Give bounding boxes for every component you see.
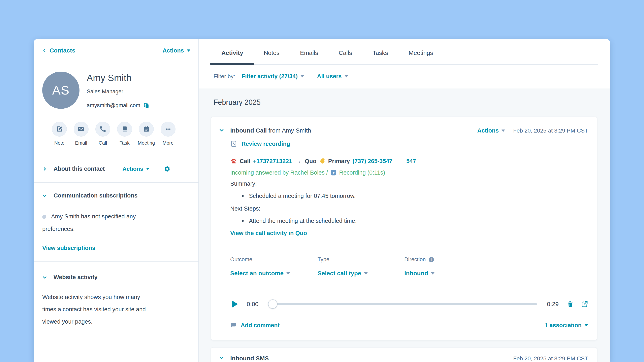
about-actions-dropdown[interactable]: Actions xyxy=(122,166,150,172)
review-recording-link[interactable]: Review recording xyxy=(242,141,290,147)
tab-meetings[interactable]: Meetings xyxy=(408,49,433,56)
recording-duration[interactable]: Recording (0:11s) xyxy=(339,169,385,176)
call-detail-line: Call +17372713221 → Quo Primary (737) 26… xyxy=(211,158,597,164)
outcome-label: Outcome xyxy=(230,256,290,263)
call-label: Call xyxy=(240,158,250,164)
chevron-right-icon[interactable] xyxy=(42,167,47,171)
gear-icon[interactable] xyxy=(164,166,170,172)
call-card-title: Inbound Call from Amy Smith xyxy=(230,127,311,134)
play-button[interactable] xyxy=(232,301,238,308)
month-header: February 2025 xyxy=(214,98,610,107)
direction-select[interactable]: Inbound xyxy=(404,270,434,277)
tab-emails[interactable]: Emails xyxy=(300,49,318,56)
next-steps-label: Next Steps: xyxy=(211,205,597,212)
call-icon xyxy=(99,125,106,133)
more-button[interactable]: More xyxy=(160,122,176,146)
contact-name: Amy Smith xyxy=(87,72,150,83)
filter-activity-dropdown[interactable]: Filter activity (27/34) xyxy=(242,73,304,80)
trash-icon[interactable] xyxy=(567,301,574,308)
meeting-icon xyxy=(143,125,150,133)
slider-track[interactable] xyxy=(268,303,537,305)
back-to-contacts-link[interactable]: Contacts xyxy=(42,47,75,54)
type-field: Type Select call type xyxy=(318,256,368,277)
profile-info: Amy Smith Sales Manager amysmith@gmail.c… xyxy=(87,72,150,109)
call-button[interactable]: Call xyxy=(96,122,110,146)
email-icon xyxy=(77,125,85,133)
website-activity-section-title[interactable]: Website activity xyxy=(54,274,98,281)
filter-row: Filter by: Filter activity (27/34) All u… xyxy=(214,73,348,80)
slider-knob[interactable] xyxy=(268,300,277,309)
divider xyxy=(34,156,198,156)
activity-timeline: February 2025 Inbound Call from Amy Smit… xyxy=(199,88,610,362)
call-timestamp: Feb 20, 2025 at 3:29 PM CST xyxy=(513,127,588,134)
waving-hand-icon xyxy=(319,158,326,164)
tab-notes[interactable]: Notes xyxy=(264,49,279,56)
call-status-line: Incoming answered by Rachel Boles / Reco… xyxy=(211,169,597,176)
tab-activity[interactable]: Activity xyxy=(222,49,243,56)
chevron-down-icon[interactable] xyxy=(42,275,47,280)
view-call-activity-link[interactable]: View the call activity in Quo xyxy=(230,230,307,236)
seek-slider[interactable] xyxy=(268,299,537,309)
chevron-down-icon xyxy=(431,272,434,275)
email-button[interactable]: Email xyxy=(74,122,88,146)
inbound-sms-card: Inbound SMS Feb 20, 2025 at 3:29 PM CST xyxy=(211,347,597,362)
arrow-right: → xyxy=(295,158,302,164)
tabs-area: Activity Notes Emails Calls Tasks Meetin… xyxy=(199,39,610,88)
info-icon[interactable] xyxy=(429,257,434,262)
type-label: Type xyxy=(318,256,368,263)
meeting-button[interactable]: Meeting xyxy=(139,122,154,146)
tab-tasks[interactable]: Tasks xyxy=(372,49,388,56)
contact-actions-dropdown[interactable]: Actions xyxy=(162,47,190,54)
about-section-title[interactable]: About this contact xyxy=(54,166,105,172)
sidebar-top-row: Contacts Actions xyxy=(42,47,190,54)
subscriptions-section-title[interactable]: Communication subscriptions xyxy=(54,192,138,199)
bullet-icon xyxy=(242,195,244,197)
contact-actions-label: Actions xyxy=(162,47,184,54)
chevron-down-icon[interactable] xyxy=(219,355,224,360)
chevron-down-icon[interactable] xyxy=(219,127,224,133)
associations-dropdown[interactable]: 1 association xyxy=(544,322,588,329)
summary-item: Scheduled a meeting for 07:45 tomorrow. xyxy=(211,193,597,199)
subscriptions-empty-text: Amy Smith has not specified any preferen… xyxy=(42,210,190,235)
overflow-number-fragment: 547 xyxy=(406,158,416,164)
play-square-icon xyxy=(330,170,336,176)
inbound-call-card: Inbound Call from Amy Smith Actions Feb … xyxy=(211,117,597,340)
to-name: Quo xyxy=(305,158,316,164)
red-phone-icon xyxy=(230,158,237,164)
tab-calls[interactable]: Calls xyxy=(339,49,352,56)
summary-label: Summary: xyxy=(211,180,597,187)
from-phone-number[interactable]: +17372713221 xyxy=(253,158,292,164)
record-main-panel: Activity Notes Emails Calls Tasks Meetin… xyxy=(199,39,610,362)
call-actions-dropdown[interactable]: Actions xyxy=(477,127,505,134)
view-subscriptions-link[interactable]: View subscriptions xyxy=(42,245,96,251)
divider xyxy=(230,244,588,244)
direction-label: Direction xyxy=(404,256,434,263)
more-icon xyxy=(164,125,172,133)
chevron-down-icon[interactable] xyxy=(42,193,47,198)
contact-email[interactable]: amysmith@gmail.com xyxy=(87,102,140,109)
chevron-down-icon xyxy=(584,324,588,327)
sms-timestamp: Feb 20, 2025 at 3:29 PM CST xyxy=(513,355,588,362)
task-button[interactable]: Task xyxy=(117,122,132,146)
outcome-field: Outcome Select an outcome xyxy=(230,256,290,277)
next-steps-item: Attend the meeting at the scheduled time… xyxy=(211,218,597,224)
quick-actions-row: Note Email Call xyxy=(42,122,190,146)
current-time: 0:00 xyxy=(247,301,258,308)
copy-icon[interactable] xyxy=(144,103,150,109)
subscriptions-section-header: Communication subscriptions xyxy=(42,192,190,199)
to-phone-number[interactable]: (737) 265-3547 xyxy=(352,158,392,164)
outcome-select[interactable]: Select an outcome xyxy=(230,270,290,277)
recording-player: 0:00 0:29 xyxy=(211,292,597,316)
contact-email-row: amysmith@gmail.com xyxy=(87,102,150,109)
note-button[interactable]: Note xyxy=(52,122,67,146)
tabs-underline xyxy=(210,64,598,65)
back-link-label: Contacts xyxy=(50,47,75,54)
call-type-select[interactable]: Select call type xyxy=(318,270,368,277)
add-comment-button[interactable]: Add comment xyxy=(230,322,280,329)
filter-users-dropdown[interactable]: All users xyxy=(317,73,348,80)
crm-contact-window: Contacts Actions AS Amy Smith Sales Mana… xyxy=(34,39,610,362)
external-link-icon[interactable] xyxy=(581,301,588,308)
call-card-footer: Add comment 1 association xyxy=(211,322,597,329)
sms-card-title: Inbound SMS xyxy=(230,355,269,362)
note-icon xyxy=(56,125,63,133)
